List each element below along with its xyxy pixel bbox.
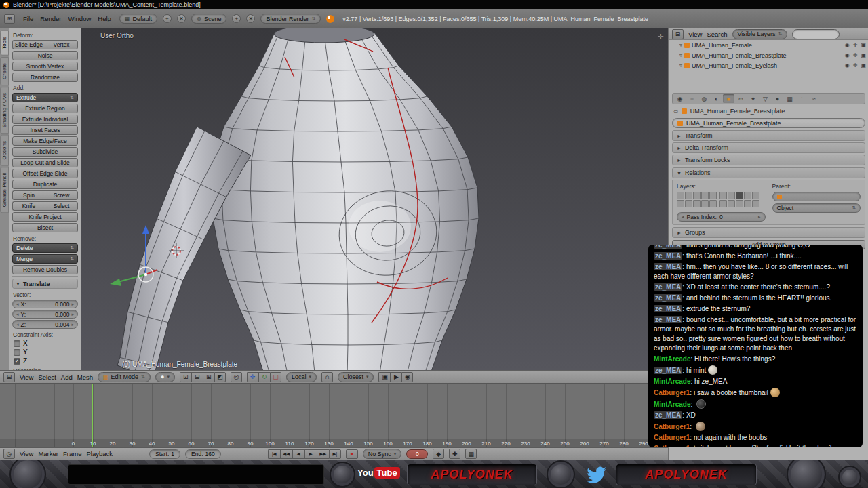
outliner-item[interactable]: ▿UMA_Human_Female◉✛▣	[669, 40, 868, 50]
transform-locks-section-header[interactable]: ►Transform Locks	[672, 155, 865, 165]
frame-start-field[interactable]: Start: 1	[149, 449, 180, 459]
spinner-right-icon[interactable]: ▸	[71, 322, 74, 327]
properties-tab-physics[interactable]: ≈	[808, 94, 820, 103]
properties-tab-object-data[interactable]: ▽	[760, 94, 771, 103]
add-scene-button[interactable]: +	[232, 14, 241, 23]
insert-keyframe-icon[interactable]: ✚	[449, 449, 460, 459]
delta-transform-section-header[interactable]: ►Delta Transform	[672, 142, 865, 153]
extrude-region-button[interactable]: Extrude Region	[12, 104, 78, 113]
editor-type-icon[interactable]: ⊟	[672, 29, 684, 39]
layer-toggle[interactable]	[709, 200, 717, 207]
timeline[interactable]: 0102030405060708090100110120130140150160…	[0, 384, 668, 447]
spinner-right-icon[interactable]: ▸	[758, 214, 761, 220]
remove-doubles-button[interactable]: Remove Doubles	[12, 265, 78, 274]
translate-panel-header[interactable]: ▼ Translate	[12, 279, 78, 289]
slide-edge-button[interactable]: Slide Edge	[12, 40, 45, 49]
layer-toggle[interactable]	[752, 192, 760, 199]
layer-toggle[interactable]	[744, 200, 751, 207]
noise-button[interactable]: Noise	[12, 51, 78, 60]
properties-tab-scene[interactable]: ◍	[698, 94, 710, 103]
layer-toggle[interactable]	[752, 200, 760, 207]
properties-tab-object[interactable]: ■	[723, 94, 734, 103]
transform-orientation-select[interactable]: Local ▾	[286, 372, 317, 382]
object-name-field[interactable]: UMA_Human_Female_Breastplate	[672, 118, 865, 128]
viewport-menu-select[interactable]: Select	[38, 373, 56, 381]
tool-tab-tools[interactable]: Tools	[0, 30, 9, 56]
menu-file[interactable]: File	[20, 14, 36, 24]
tool-tab-shading-uvs[interactable]: Shading / UVs	[0, 87, 9, 134]
timeline-menu-view[interactable]: View	[20, 450, 33, 458]
spinner-right-icon[interactable]: ▸	[71, 312, 74, 317]
select-button[interactable]: Select	[45, 201, 78, 211]
proportional-edit-icon[interactable]: ◉	[401, 372, 413, 382]
render-engine-select[interactable]: Blender Render ⇅	[260, 14, 321, 24]
play-reverse-button[interactable]: ◀	[292, 449, 304, 459]
opengl-render-icon[interactable]: ▣	[378, 372, 390, 382]
layer-toggle[interactable]	[719, 192, 727, 199]
properties-tab-modifiers[interactable]: ✦	[747, 94, 759, 103]
menu-render[interactable]: Render	[37, 14, 64, 24]
groups-section-header[interactable]: ► Groups	[672, 227, 865, 238]
knife-button[interactable]: Knife	[12, 201, 45, 211]
spin-button[interactable]: Spin	[12, 190, 45, 200]
pass-index-field[interactable]: ◂ Pass Index: 0 ▸	[677, 212, 766, 222]
parent-object-field[interactable]	[772, 192, 861, 201]
bisect-button[interactable]: Bisect	[12, 223, 78, 232]
editor-type-icon[interactable]: ⊞	[4, 14, 15, 24]
disclosure-icon[interactable]: ▿	[679, 62, 682, 68]
outliner-search-input[interactable]	[792, 29, 840, 39]
next-keyframe-button[interactable]: ▶▶	[317, 449, 329, 459]
vertex-select-icon[interactable]: ⊡	[180, 372, 191, 382]
play-button[interactable]: ▶	[304, 449, 317, 459]
randomize-button[interactable]: Randomize	[12, 73, 78, 82]
delete-layout-button[interactable]: ✕	[177, 14, 186, 23]
layer-toggle[interactable]	[728, 200, 735, 207]
timeline-menu-frame[interactable]: Frame	[63, 450, 81, 458]
offset-edge-slide-button[interactable]: Offset Edge Slide	[12, 169, 78, 178]
delete-menu[interactable]: Delete⇅	[12, 243, 78, 253]
add-layout-button[interactable]: +	[163, 14, 172, 23]
rotate-manipulator-icon[interactable]: ↻	[258, 372, 270, 382]
layer-toggle[interactable]	[701, 192, 709, 199]
layer-toggle[interactable]	[701, 200, 709, 207]
tool-tab-create[interactable]: Create	[0, 57, 9, 85]
tool-tab-options[interactable]: Options	[0, 135, 9, 166]
properties-tab-world[interactable]: ◐	[711, 94, 722, 103]
menu-help[interactable]: Help	[95, 14, 114, 24]
properties-tab-particles[interactable]: ∴	[796, 94, 808, 103]
face-select-icon[interactable]: ⊞	[203, 372, 214, 382]
editor-type-icon[interactable]: ⊞	[3, 372, 15, 382]
editor-type-icon[interactable]: ◷	[3, 449, 15, 459]
inset-faces-button[interactable]: Inset Faces	[12, 125, 78, 135]
properties-tab-texture[interactable]: ▦	[784, 94, 795, 103]
jump-to-start-button[interactable]: |◀	[268, 449, 280, 459]
snap-magnet-icon[interactable]: ∩	[321, 372, 333, 382]
disclosure-icon[interactable]: ▿	[679, 42, 682, 48]
loop-cut-and-slide-button[interactable]: Loop Cut and Slide	[12, 158, 78, 167]
layer-toggle[interactable]	[736, 192, 743, 199]
spinner-left-icon[interactable]: ◂	[16, 312, 19, 317]
make-edge-face-button[interactable]: Make Edge/Face	[12, 136, 78, 146]
renderability-camera-icon[interactable]: ▣	[861, 42, 866, 48]
parent-type-select[interactable]: Object ⇅	[772, 203, 861, 213]
outliner-menu-view[interactable]: View	[688, 30, 702, 38]
timeline-menu-marker[interactable]: Marker	[38, 450, 58, 458]
axis-y-checkbox[interactable]	[14, 349, 20, 356]
back-icon[interactable]: ⇦	[673, 108, 678, 115]
layer-toggle[interactable]	[685, 192, 692, 199]
previous-keyframe-button[interactable]: ◀◀	[280, 449, 292, 459]
screen-layout-field[interactable]: ▦ Default	[119, 14, 157, 24]
relations-section-header[interactable]: ▼ Relations	[672, 167, 865, 178]
region-expand-icon[interactable]: ✛	[658, 33, 664, 41]
3d-viewport[interactable]: User Ortho (0) UMA_Human_Female_Breastpl…	[81, 28, 668, 370]
record-button[interactable]: ●	[346, 449, 358, 459]
outliner-item[interactable]: ▿UMA_Human_Female_Eyelash◉✛▣	[669, 60, 868, 70]
spinner-left-icon[interactable]: ◂	[682, 214, 684, 220]
axis-x-checkbox[interactable]	[14, 340, 20, 347]
properties-tab-constraints[interactable]: ∞	[735, 94, 747, 103]
knife-project-button[interactable]: Knife Project	[12, 212, 78, 222]
axis-z-checkbox[interactable]: ✓	[14, 358, 20, 365]
renderability-camera-icon[interactable]: ▣	[861, 52, 866, 58]
pivot-center-icon[interactable]: ◎	[231, 372, 242, 382]
renderability-camera-icon[interactable]: ▣	[861, 62, 866, 68]
